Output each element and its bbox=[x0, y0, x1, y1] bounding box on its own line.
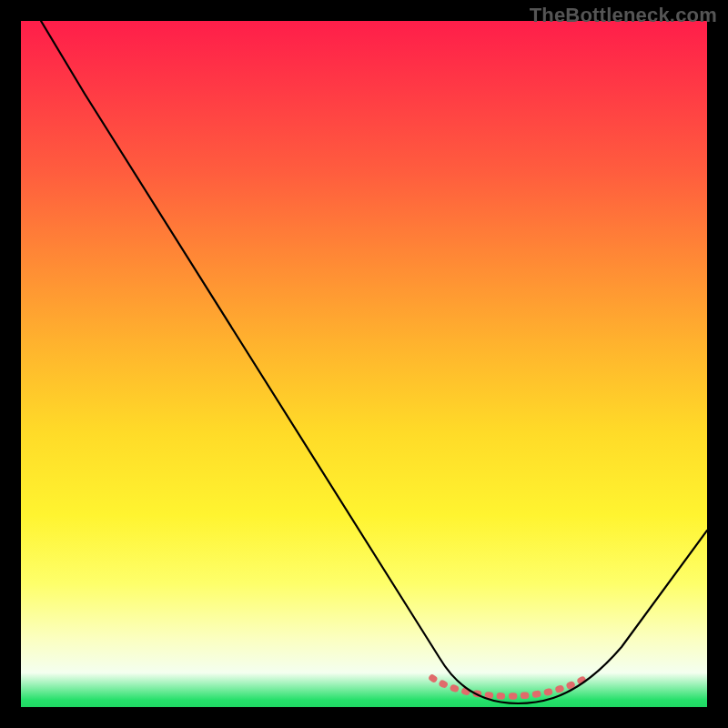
watermark-text: TheBottleneck.com bbox=[530, 4, 717, 27]
bottleneck-curve bbox=[41, 21, 707, 703]
curve-layer bbox=[21, 21, 707, 707]
chart-frame: TheBottleneck.com bbox=[0, 0, 728, 728]
plot-area bbox=[21, 21, 707, 707]
